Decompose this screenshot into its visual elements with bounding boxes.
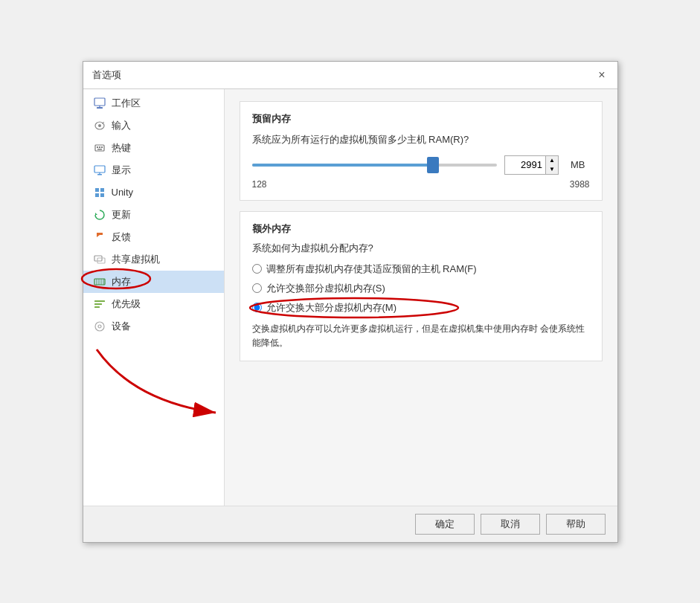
slider-labels: 128 3988 xyxy=(252,179,590,190)
svg-rect-0 xyxy=(94,98,105,106)
sidebar-item-device[interactable]: 设备 xyxy=(83,315,224,338)
input-icon xyxy=(92,118,107,133)
dialog-body: 工作区 输入 热键 显示 xyxy=(83,89,617,506)
sidebar-label-input: 输入 xyxy=(112,119,131,132)
update-icon xyxy=(92,207,107,222)
sidebar-label-feedback: 反馈 xyxy=(112,230,131,244)
sidebar-item-priority[interactable]: 优先级 xyxy=(83,293,224,315)
spinbox-down-button[interactable]: ▼ xyxy=(546,165,558,174)
radio-option-swap-most[interactable]: 允许交换大部分虚拟机内存(M) xyxy=(252,301,590,315)
sidebar-label-update: 更新 xyxy=(112,208,131,222)
reserved-memory-desc: 系统应为所有运行的虚拟机预留多少主机 RAM(R)? xyxy=(252,133,590,146)
svg-rect-8 xyxy=(99,146,100,148)
svg-point-32 xyxy=(98,325,101,328)
display-icon xyxy=(92,163,107,178)
sidebar-item-shared-vm[interactable]: 共享虚拟机 xyxy=(83,248,224,271)
sidebar: 工作区 输入 热键 显示 xyxy=(83,89,225,506)
extra-memory-title: 额外内存 xyxy=(252,222,590,236)
spinbox-input[interactable] xyxy=(505,156,545,174)
spinbox-up-button[interactable]: ▲ xyxy=(546,156,558,165)
sidebar-label-priority: 优先级 xyxy=(112,297,141,311)
hotkey-icon xyxy=(92,141,107,155)
sidebar-item-feedback[interactable]: 反馈 xyxy=(83,226,224,248)
svg-rect-14 xyxy=(95,188,99,192)
preferences-dialog: 首选项 × 工作区 输入 xyxy=(83,61,618,543)
sidebar-item-display[interactable]: 显示 xyxy=(83,159,224,181)
spinbox-unit: MB xyxy=(566,158,590,172)
slider-min-label: 128 xyxy=(252,179,267,190)
radio-swap-most[interactable] xyxy=(252,303,262,312)
slider-thumb[interactable] xyxy=(427,157,439,173)
radio-swap-most-label: 允许交换大部分虚拟机内存(M) xyxy=(266,301,397,315)
unity-icon xyxy=(92,185,107,200)
dialog-footer: 确定 取消 帮助 xyxy=(83,506,617,542)
close-button[interactable]: × xyxy=(595,68,608,83)
sidebar-label-unity: Unity xyxy=(112,187,134,198)
help-button[interactable]: 帮助 xyxy=(546,514,606,535)
sidebar-label-device: 设备 xyxy=(112,320,131,333)
svg-marker-18 xyxy=(95,213,97,215)
slider-container xyxy=(252,157,498,173)
sidebar-item-workspace[interactable]: 工作区 xyxy=(83,92,224,115)
radio-option-swap-some[interactable]: 允许交换部分虚拟机内存(S) xyxy=(252,282,590,295)
sidebar-item-update[interactable]: 更新 xyxy=(83,204,224,226)
feedback-icon xyxy=(92,230,107,245)
shared-vm-icon xyxy=(92,252,107,267)
sidebar-item-input[interactable]: 输入 xyxy=(83,115,224,137)
slider-fill xyxy=(252,164,434,167)
radio-group: 调整所有虚拟机内存使其适应预留的主机 RAM(F) 允许交换部分虚拟机内存(S)… xyxy=(252,262,590,315)
svg-point-4 xyxy=(98,124,101,127)
spinbox-arrows: ▲ ▼ xyxy=(545,156,558,174)
device-icon xyxy=(92,319,107,334)
extra-memory-desc: 系统如何为虚拟机分配内存? xyxy=(252,242,590,255)
svg-rect-1 xyxy=(97,107,103,109)
sidebar-label-memory: 内存 xyxy=(112,275,131,288)
radio-adjust-label: 调整所有虚拟机内存使其适应预留的主机 RAM(F) xyxy=(266,262,477,276)
slider-max-label: 3988 xyxy=(570,179,590,190)
svg-rect-10 xyxy=(97,149,102,150)
memory-icon xyxy=(92,274,107,289)
priority-icon xyxy=(92,297,107,312)
title-bar: 首选项 × xyxy=(83,62,617,89)
sidebar-label-display: 显示 xyxy=(112,164,131,177)
spinbox: ▲ ▼ xyxy=(504,155,559,175)
svg-rect-28 xyxy=(94,300,105,302)
ok-button[interactable]: 确定 xyxy=(415,514,475,535)
svg-rect-17 xyxy=(100,193,104,197)
svg-rect-30 xyxy=(94,306,100,308)
sidebar-item-memory[interactable]: 内存 xyxy=(83,271,224,293)
sidebar-label-shared-vm: 共享虚拟机 xyxy=(112,253,160,266)
svg-rect-12 xyxy=(97,174,102,175)
slider-row: ▲ ▼ MB xyxy=(252,155,590,175)
radio-adjust[interactable] xyxy=(252,264,262,274)
sidebar-label-workspace: 工作区 xyxy=(112,97,141,110)
radio-swap-some-label: 允许交换部分虚拟机内存(S) xyxy=(266,282,385,295)
workspace-icon xyxy=(92,96,107,111)
sidebar-item-hotkey[interactable]: 热键 xyxy=(83,137,224,159)
svg-rect-15 xyxy=(100,188,104,192)
sidebar-label-hotkey: 热键 xyxy=(112,141,131,155)
radio-swap-some[interactable] xyxy=(252,283,262,293)
svg-rect-7 xyxy=(97,146,98,148)
main-content: 预留内存 系统应为所有运行的虚拟机预留多少主机 RAM(R)? ▲ ▼ xyxy=(225,89,617,506)
svg-rect-29 xyxy=(94,303,102,305)
sidebar-item-unity[interactable]: Unity xyxy=(83,181,224,204)
radio-option-adjust[interactable]: 调整所有虚拟机内存使其适应预留的主机 RAM(F) xyxy=(252,262,590,276)
svg-rect-19 xyxy=(97,237,103,238)
note-text: 交换虚拟机内存可以允许更多虚拟机运行，但是在虚拟机集中使用内存时 会使系统性能降… xyxy=(252,322,590,350)
svg-rect-11 xyxy=(94,166,105,172)
svg-point-31 xyxy=(95,322,104,331)
svg-rect-9 xyxy=(101,146,103,148)
slider-track xyxy=(252,164,498,167)
extra-memory-section: 额外内存 系统如何为虚拟机分配内存? 调整所有虚拟机内存使其适应预留的主机 RA… xyxy=(240,211,603,361)
cancel-button[interactable]: 取消 xyxy=(481,514,540,535)
reserved-memory-title: 预留内存 xyxy=(252,112,590,126)
reserved-memory-section: 预留内存 系统应为所有运行的虚拟机预留多少主机 RAM(R)? ▲ ▼ xyxy=(240,101,603,201)
dialog-title: 首选项 xyxy=(92,68,121,82)
svg-rect-16 xyxy=(95,193,99,197)
